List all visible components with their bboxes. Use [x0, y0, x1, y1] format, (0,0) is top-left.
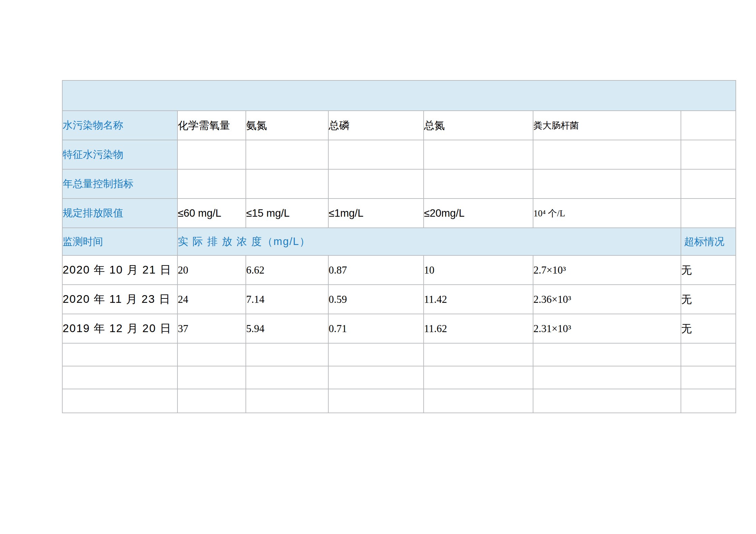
empty-cell: [328, 169, 424, 199]
actual-concentration-label: 实 际 排 放 浓 度（mg/L）: [177, 228, 681, 255]
empty-cell: [328, 343, 424, 366]
total-nitrogen-value-cell: 11.62: [424, 314, 533, 343]
total-nitrogen-value-cell: 11.42: [424, 285, 533, 314]
empty-cell: [424, 343, 533, 366]
empty-cell: [328, 366, 424, 389]
exceed-value-cell: 无: [681, 255, 736, 285]
header-band-cell: [62, 80, 736, 111]
pollutant-name-row: 水污染物名称 化学需氧量 氨氮 总磷 总氮 粪大肠杆菌: [62, 111, 736, 140]
date-cell: 2019 年 12 月 20 日: [62, 314, 177, 343]
empty-cell: [681, 140, 736, 169]
ammonia-header-cell: 氨氮: [246, 111, 328, 140]
date-cell: 2020 年 10 月 21 日: [62, 255, 177, 285]
exceed-value-cell: 无: [681, 314, 736, 343]
total-nitrogen-limit-cell: ≤20mg/L: [424, 199, 533, 228]
total-phosphorus-value-cell: 0.87: [328, 255, 424, 285]
empty-cell: [246, 140, 328, 169]
empty-cell: [177, 389, 246, 413]
empty-cell: [177, 366, 246, 389]
empty-cell: [424, 169, 533, 199]
empty-cell: [62, 366, 177, 389]
annual-total-control-label: 年总量控制指标: [62, 169, 177, 199]
data-row-2020-11-23: 2020 年 11 月 23 日 24 7.14 0.59 11.42 2.36…: [62, 285, 736, 314]
data-row-2019-12-20: 2019 年 12 月 20 日 37 5.94 0.71 11.62 2.31…: [62, 314, 736, 343]
characteristic-pollutant-label: 特征水污染物: [62, 140, 177, 169]
data-row-2020-10-21: 2020 年 10 月 21 日 20 6.62 0.87 10 2.7×10³…: [62, 255, 736, 285]
cod-value-cell: 37: [177, 314, 246, 343]
empty-cell: [246, 169, 328, 199]
empty-cell: [177, 140, 246, 169]
document-page: 水污染物名称 化学需氧量 氨氮 总磷 总氮 粪大肠杆菌 特征水污染物 年总: [0, 0, 756, 534]
total-nitrogen-header-cell: 总氮: [424, 111, 533, 140]
empty-cell: [62, 389, 177, 413]
total-phosphorus-value-cell: 0.71: [328, 314, 424, 343]
ammonia-limit-cell: ≤15 mg/L: [246, 199, 328, 228]
fecal-coliform-value-cell: 2.31×10³: [533, 314, 681, 343]
exceed-status-label: 超标情况: [681, 228, 736, 255]
empty-cell: [328, 140, 424, 169]
monitoring-time-header-row: 监测时间 实 际 排 放 浓 度（mg/L） 超标情况: [62, 228, 736, 255]
empty-cell: [424, 389, 533, 413]
empty-cell: [681, 389, 736, 413]
cod-value-cell: 24: [177, 285, 246, 314]
empty-row: [62, 366, 736, 389]
date-cell: 2020 年 11 月 23 日: [62, 285, 177, 314]
empty-row: [62, 343, 736, 366]
cod-header-cell: 化学需氧量: [177, 111, 246, 140]
ammonia-value-cell: 5.94: [246, 314, 328, 343]
empty-cell: [681, 199, 736, 228]
empty-cell: [246, 366, 328, 389]
fecal-coliform-header-cell: 粪大肠杆菌: [533, 111, 681, 140]
total-phosphorus-value-cell: 0.59: [328, 285, 424, 314]
cod-limit-cell: ≤60 mg/L: [177, 199, 246, 228]
fecal-coliform-limit-cell: 10⁴ 个/L: [533, 199, 681, 228]
empty-cell: [533, 140, 681, 169]
empty-cell: [681, 111, 736, 140]
water-pollutant-monitoring-table: 水污染物名称 化学需氧量 氨氮 总磷 总氮 粪大肠杆菌 特征水污染物 年总: [62, 80, 736, 413]
empty-cell: [246, 343, 328, 366]
fecal-coliform-value-cell: 2.7×10³: [533, 255, 681, 285]
empty-cell: [177, 343, 246, 366]
total-phosphorus-limit-cell: ≤1mg/L: [328, 199, 424, 228]
empty-row: [62, 389, 736, 413]
empty-cell: [533, 389, 681, 413]
empty-cell: [177, 169, 246, 199]
pollutant-name-label: 水污染物名称: [62, 111, 177, 140]
exceed-value-cell: 无: [681, 285, 736, 314]
characteristic-pollutant-row: 特征水污染物: [62, 140, 736, 169]
water-pollutant-monitoring-table-wrap: 水污染物名称 化学需氧量 氨氮 总磷 总氮 粪大肠杆菌 特征水污染物 年总: [62, 80, 736, 413]
fecal-coliform-value-cell: 2.36×10³: [533, 285, 681, 314]
empty-cell: [533, 366, 681, 389]
empty-cell: [328, 389, 424, 413]
empty-cell: [424, 366, 533, 389]
empty-cell: [681, 366, 736, 389]
empty-cell: [533, 343, 681, 366]
ammonia-value-cell: 6.62: [246, 255, 328, 285]
ammonia-value-cell: 7.14: [246, 285, 328, 314]
empty-cell: [246, 389, 328, 413]
empty-cell: [681, 343, 736, 366]
cod-value-cell: 20: [177, 255, 246, 285]
annual-total-control-row: 年总量控制指标: [62, 169, 736, 199]
empty-cell: [62, 343, 177, 366]
empty-cell: [533, 169, 681, 199]
total-phosphorus-header-cell: 总磷: [328, 111, 424, 140]
empty-cell: [681, 169, 736, 199]
empty-cell: [424, 140, 533, 169]
prescribed-limit-row: 规定排放限值 ≤60 mg/L ≤15 mg/L ≤1mg/L ≤20mg/L …: [62, 199, 736, 228]
total-nitrogen-value-cell: 10: [424, 255, 533, 285]
monitoring-time-label: 监测时间: [62, 228, 177, 255]
header-band-row: [62, 80, 736, 111]
prescribed-limit-label: 规定排放限值: [62, 199, 177, 228]
